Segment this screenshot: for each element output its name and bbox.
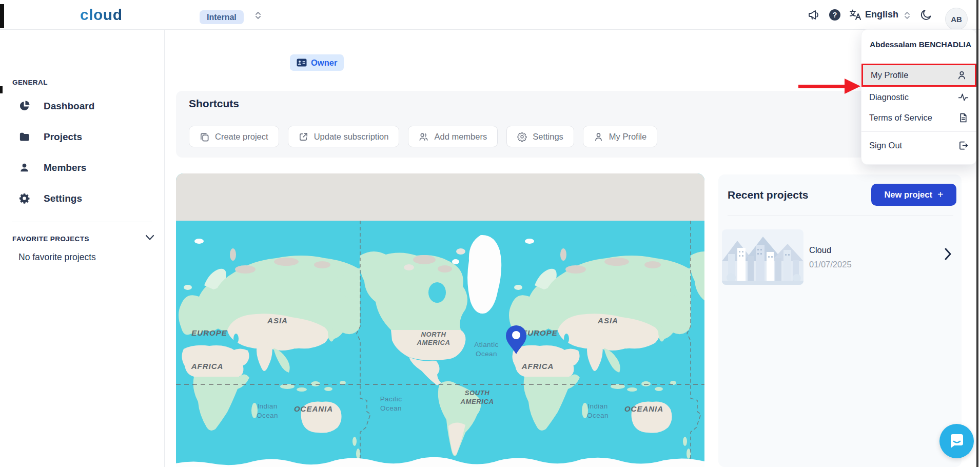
chat-launcher-button[interactable] bbox=[939, 424, 974, 458]
expand-chevrons-icon[interactable] bbox=[254, 11, 262, 20]
recent-projects-title: Recent projects bbox=[728, 189, 809, 201]
window-edge bbox=[0, 4, 4, 28]
menu-item-terms-of-service[interactable]: Terms of Service bbox=[861, 107, 976, 128]
user-menu: Abdessalam BENCHADLIA My Profile Diagnos… bbox=[861, 29, 977, 165]
announcements-icon[interactable] bbox=[808, 9, 820, 21]
external-link-icon bbox=[299, 132, 308, 142]
button-label: Create project bbox=[215, 132, 268, 142]
favorites-empty-text: No favorite projects bbox=[18, 252, 96, 263]
environment-badge[interactable]: Internal bbox=[200, 10, 244, 24]
svg-text:?: ? bbox=[833, 11, 837, 19]
owner-badge-label: Owner bbox=[311, 58, 337, 68]
annotation-arrow-head bbox=[845, 79, 860, 94]
owner-role-badge: Owner bbox=[290, 54, 344, 71]
help-icon[interactable]: ? bbox=[829, 9, 841, 21]
shortcuts-title: Shortcuts bbox=[189, 98, 239, 110]
sign-out-icon bbox=[958, 140, 969, 151]
chevron-right-icon[interactable] bbox=[944, 247, 952, 261]
my-profile-button[interactable]: My Profile bbox=[583, 126, 657, 147]
update-subscription-button[interactable]: Update subscription bbox=[288, 126, 400, 147]
copy-icon bbox=[200, 132, 209, 142]
chevron-down-icon[interactable] bbox=[145, 235, 154, 241]
app-logo: cloud bbox=[80, 6, 123, 24]
sidebar-item-projects[interactable]: Projects bbox=[18, 131, 82, 143]
project-name: Cloud bbox=[809, 245, 852, 255]
sidebar-item-label: Settings bbox=[44, 193, 82, 204]
sidebar-section-favorites: FAVORITE PROJECTS bbox=[12, 235, 89, 243]
dark-mode-icon[interactable] bbox=[920, 9, 932, 21]
sidebar-item-label: Members bbox=[44, 162, 86, 173]
project-thumbnail bbox=[722, 229, 803, 285]
button-label: My Profile bbox=[609, 132, 646, 142]
gear-icon bbox=[18, 192, 30, 204]
menu-divider bbox=[861, 131, 976, 132]
menu-item-my-profile[interactable]: My Profile bbox=[861, 64, 976, 87]
translate-icon[interactable] bbox=[849, 9, 861, 21]
create-project-button[interactable]: Create project bbox=[189, 126, 279, 147]
project-date: 01/07/2025 bbox=[809, 260, 852, 269]
map-canvas: ASIA EUROPE AFRICA NORTH AMERICA SOUTH A… bbox=[176, 173, 704, 467]
menu-item-label: Terms of Service bbox=[869, 113, 932, 123]
sidebar-item-settings[interactable]: Settings bbox=[18, 192, 82, 204]
folder-icon bbox=[18, 131, 30, 143]
shortcuts-buttons: Create project Update subscription Add m… bbox=[189, 126, 657, 147]
plus-icon: + bbox=[937, 189, 944, 201]
menu-item-label: My Profile bbox=[871, 70, 908, 80]
menu-item-label: Sign Out bbox=[869, 141, 902, 150]
sidebar-item-members[interactable]: Members bbox=[18, 162, 86, 173]
people-icon bbox=[419, 132, 428, 142]
window-edge bbox=[976, 0, 978, 467]
project-list-item[interactable]: Cloud 01/07/2025 bbox=[722, 224, 958, 290]
sidebar-item-dashboard[interactable]: Dashboard bbox=[18, 100, 94, 112]
top-bar: cloud Internal ? English AB bbox=[0, 0, 980, 30]
person-icon bbox=[956, 70, 967, 81]
pie-chart-icon bbox=[18, 100, 30, 112]
sidebar-divider bbox=[12, 222, 152, 222]
person-icon bbox=[594, 132, 603, 142]
window-edge bbox=[0, 86, 3, 93]
sidebar: GENERAL Dashboard Projects Members Setti… bbox=[0, 29, 165, 467]
new-project-button[interactable]: New project + bbox=[871, 184, 956, 206]
id-card-icon bbox=[297, 59, 307, 67]
sidebar-item-label: Dashboard bbox=[44, 101, 94, 112]
user-menu-name: Abdessalam BENCHADLIA bbox=[861, 30, 976, 49]
document-icon bbox=[958, 112, 969, 123]
annotation-arrow bbox=[798, 85, 846, 88]
activity-icon bbox=[958, 92, 969, 103]
button-label: Update subscription bbox=[314, 132, 389, 142]
menu-item-diagnostic[interactable]: Diagnostic bbox=[861, 87, 976, 107]
new-project-label: New project bbox=[884, 190, 932, 200]
world-map[interactable]: ASIA EUROPE AFRICA NORTH AMERICA SOUTH A… bbox=[176, 173, 704, 467]
user-avatar[interactable]: AB bbox=[945, 8, 968, 30]
menu-item-sign-out[interactable]: Sign Out bbox=[861, 134, 976, 157]
sidebar-section-general: GENERAL bbox=[12, 79, 48, 86]
settings-button[interactable]: Settings bbox=[506, 126, 574, 147]
divider bbox=[728, 216, 953, 216]
add-members-button[interactable]: Add members bbox=[408, 126, 498, 147]
person-icon bbox=[18, 162, 30, 173]
button-label: Settings bbox=[533, 132, 563, 142]
language-chevrons-icon[interactable] bbox=[904, 11, 910, 20]
shortcuts-card: Shortcuts Create project Update subscrip… bbox=[176, 91, 962, 158]
menu-item-label: Diagnostic bbox=[869, 92, 909, 102]
sidebar-item-label: Projects bbox=[44, 131, 82, 143]
language-selector[interactable]: English bbox=[865, 9, 898, 20]
recent-projects-panel: Recent projects New project + bbox=[718, 174, 962, 467]
button-label: Add members bbox=[434, 132, 487, 142]
chat-bubble-icon bbox=[948, 432, 966, 451]
gear-icon bbox=[517, 132, 527, 142]
